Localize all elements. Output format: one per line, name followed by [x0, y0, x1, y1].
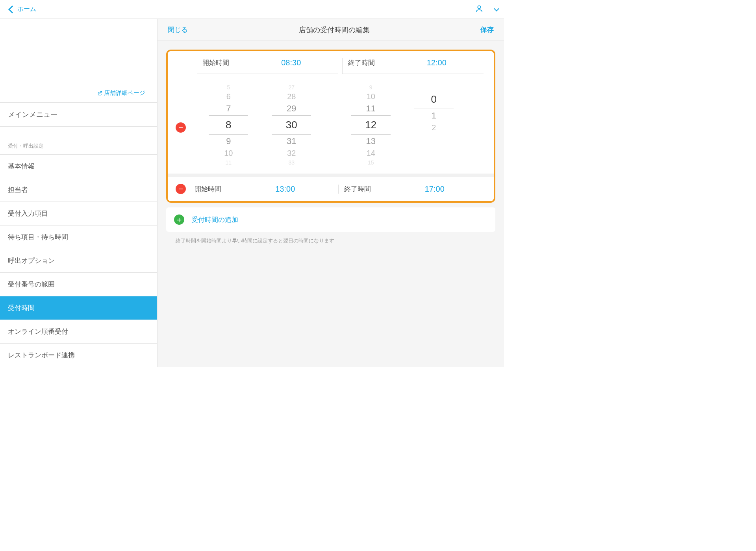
end-time-value[interactable]: 12:00: [395, 58, 478, 67]
sidebar-section-header: 受付・呼出設定: [0, 127, 157, 155]
add-time-row[interactable]: ＋ 受付時間の追加: [166, 207, 495, 232]
end-time-value[interactable]: 17:00: [391, 185, 478, 194]
store-detail-link[interactable]: 店舗詳細ページ: [98, 89, 145, 97]
start-minute-spinner[interactable]: 27 28 29 30 31 32 33: [272, 83, 311, 166]
time-slot: − 開始時間 13:00 終了時間 17:00: [168, 174, 494, 201]
add-time-label: 受付時間の追加: [191, 215, 238, 224]
start-time-label: 開始時間: [195, 185, 242, 194]
close-button[interactable]: 閉じる: [168, 25, 188, 34]
start-hour-spinner[interactable]: 5 6 7 8 9 10 11: [209, 83, 248, 166]
svg-point-0: [478, 6, 480, 8]
back-button[interactable]: ホーム: [9, 5, 36, 13]
end-minute-spinner[interactable]: 0 1 2: [414, 83, 454, 166]
chevron-left-icon: [8, 6, 16, 13]
sidebar-item[interactable]: 担当者: [0, 178, 157, 202]
start-time-label: 開始時間: [202, 58, 250, 67]
main-panel: 閉じる 店舗の受付時間の編集 保存 開始時間 08:30 終了時間: [158, 19, 504, 367]
sidebar-item[interactable]: 呼出オプション: [0, 249, 157, 273]
end-time-label: 終了時間: [344, 185, 391, 194]
top-nav-right: [475, 4, 498, 15]
page-title: 店舗の受付時間の編集: [188, 25, 480, 35]
sidebar-item[interactable]: オンライン順番受付: [0, 320, 157, 344]
save-button[interactable]: 保存: [480, 25, 494, 34]
sidebar-item[interactable]: 受付入力項目: [0, 202, 157, 226]
highlight-box: 開始時間 08:30 終了時間 12:00 −: [166, 50, 495, 203]
content: 開始時間 08:30 終了時間 12:00 −: [158, 41, 504, 259]
main-header: 閉じる 店舗の受付時間の編集 保存: [158, 19, 504, 41]
sidebar-item[interactable]: 受付番号の範囲: [0, 273, 157, 296]
store-detail-label: 店舗詳細ページ: [104, 89, 145, 97]
sidebar: 店舗詳細ページ メインメニュー 受付・呼出設定 基本情報担当者受付入力項目待ち項…: [0, 19, 158, 367]
remove-slot-button[interactable]: −: [176, 122, 186, 133]
hint-text: 終了時間を開始時間より早い時間に設定すると翌日の時間になります: [166, 232, 495, 250]
start-time-value[interactable]: 08:30: [250, 58, 333, 67]
end-hour-spinner[interactable]: 9 10 11 12 13 14 15: [351, 83, 391, 166]
external-link-icon: [98, 91, 102, 96]
top-nav: ホーム: [0, 0, 504, 19]
start-time-value[interactable]: 13:00: [242, 185, 329, 194]
end-time-label: 終了時間: [348, 58, 395, 67]
time-slot: 開始時間 08:30 終了時間 12:00 −: [168, 51, 494, 174]
remove-slot-button[interactable]: −: [176, 184, 186, 194]
chevron-down-icon[interactable]: [494, 6, 499, 11]
sidebar-item[interactable]: 待ち項目・待ち時間: [0, 226, 157, 249]
sidebar-main-menu[interactable]: メインメニュー: [0, 103, 157, 127]
add-icon: ＋: [174, 214, 184, 225]
user-icon[interactable]: [475, 4, 484, 15]
sidebar-item[interactable]: 受付時間: [0, 296, 157, 320]
store-link-row: 店舗詳細ページ: [0, 19, 157, 103]
sidebar-item[interactable]: レストランボード連携: [0, 344, 157, 367]
time-picker[interactable]: 5 6 7 8 9 10 11 27: [189, 83, 473, 166]
sidebar-item[interactable]: 基本情報: [0, 155, 157, 178]
back-label: ホーム: [17, 5, 36, 13]
